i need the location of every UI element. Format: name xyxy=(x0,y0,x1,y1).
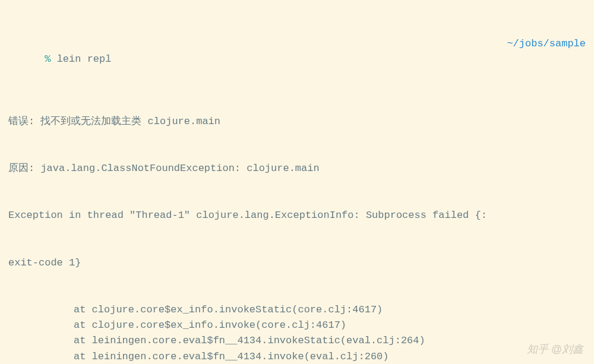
stacktrace-line: at clojure.core$ex_info.invokeStatic(cor… xyxy=(8,302,586,318)
exception-line-2: exit-code 1} xyxy=(8,255,586,271)
stacktrace-container: at clojure.core$ex_info.invokeStatic(cor… xyxy=(8,302,586,364)
terminal-output: % lein repl ~/jobs/sample 错误: 找不到或无法加载主类… xyxy=(8,5,586,364)
prompt-line: % lein repl ~/jobs/sample xyxy=(8,36,586,83)
prompt-symbol: % xyxy=(45,53,50,65)
stacktrace-line: at leiningen.core.eval$fn__4134.invoke(e… xyxy=(8,349,586,364)
exception-line-1: Exception in thread "Thread-1" clojure.l… xyxy=(8,208,586,223)
cwd-path: ~/jobs/sample xyxy=(507,36,586,52)
command-text: lein repl xyxy=(57,53,112,65)
error-line: 错误: 找不到或无法加载主类 clojure.main xyxy=(8,114,586,129)
cause-line: 原因: java.lang.ClassNotFoundException: cl… xyxy=(8,161,586,176)
stacktrace-line: at leiningen.core.eval$fn__4134.invokeSt… xyxy=(8,333,586,349)
stacktrace-line: at clojure.core$ex_info.invoke(core.clj:… xyxy=(8,318,586,333)
